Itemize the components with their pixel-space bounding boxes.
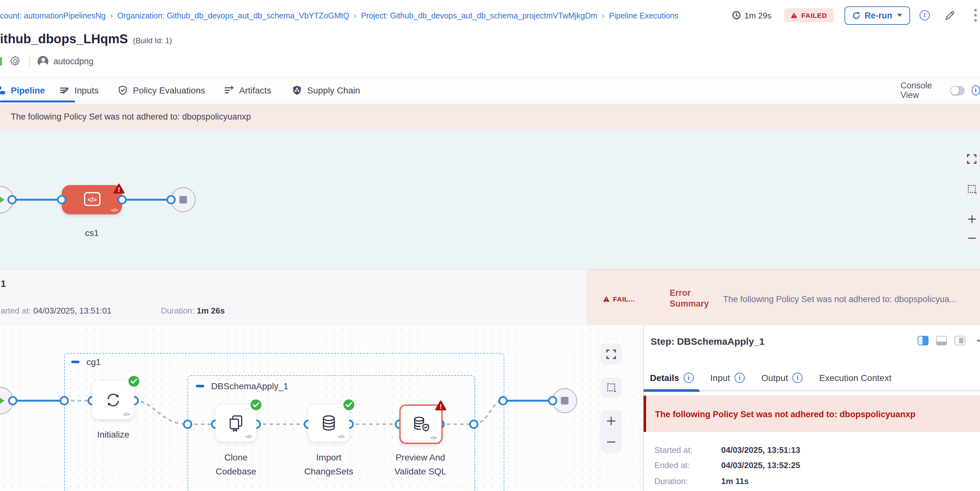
- stage-name: 1: [1, 278, 6, 289]
- stage-duration: Duration: 1m 26s: [161, 306, 225, 315]
- step-panel-title: Step: DBSchemaApply_1: [651, 336, 764, 346]
- step-label-import-changesets: ImportChangeSets: [294, 450, 364, 478]
- layout-right-split-icon[interactable]: [918, 336, 929, 345]
- step-details-panel: Step: DBSchemaApply_1 Details i Input i …: [643, 326, 980, 491]
- breadcrumb-project[interactable]: Project: Github_db_devops_aut_db_schema_…: [361, 11, 597, 20]
- step-label-clone-codebase: CloneCodebase: [204, 450, 268, 478]
- stage-graph-canvas: </> </> cs1: [0, 129, 980, 269]
- code-glyph: </>: [431, 436, 437, 440]
- step-node-initialize[interactable]: </>: [92, 381, 134, 419]
- stage-started-at: arted at: 04/03/2025, 13:51:01: [1, 306, 111, 315]
- warning-triangle-icon: [791, 12, 797, 18]
- stage-connector-layer: [0, 129, 980, 269]
- build-id: (Build Id: 1): [133, 36, 172, 45]
- pipeline-icon: [0, 85, 6, 95]
- execution-graph-canvas: cg1 DBSchemaApply_1 </> Initialize </> C…: [0, 326, 644, 491]
- more-options-menu-icon[interactable]: [974, 9, 977, 22]
- panel-tab-execution-context[interactable]: Execution Context: [819, 373, 891, 383]
- panel-tab-output[interactable]: Output i: [761, 373, 803, 383]
- detail-row-started: Started at:04/03/2025, 13:51:13: [644, 445, 974, 455]
- layout-bottom-split-icon[interactable]: [936, 336, 947, 345]
- gear-icon[interactable]: [10, 55, 21, 67]
- error-summary-message: The following Policy Set was not adhered…: [723, 294, 980, 304]
- supply-chain-shield-icon: [292, 85, 302, 95]
- breadcrumb-pipeline-executions[interactable]: Pipeline Executions: [609, 11, 678, 20]
- minimize-panel-icon[interactable]: [977, 340, 980, 342]
- breadcrumb-separator: ›: [602, 11, 605, 21]
- execution-info-icon[interactable]: i: [920, 10, 930, 21]
- code-glyph: </>: [245, 434, 252, 439]
- details-info-icon[interactable]: i: [684, 373, 694, 383]
- console-view-toggle[interactable]: [950, 86, 964, 95]
- database-icon: [320, 414, 338, 432]
- panel-active-tab-underline: [644, 389, 700, 391]
- layout-floating-icon[interactable]: [955, 336, 966, 345]
- caret-down-icon: [897, 13, 902, 17]
- elapsed-time: 1m 29s: [732, 11, 772, 20]
- status-badge: FAILED: [784, 8, 834, 22]
- fail-chip: FAIL...: [603, 295, 635, 303]
- breadcrumb-separator: ›: [110, 11, 113, 21]
- panel-tab-input[interactable]: Input i: [710, 373, 745, 383]
- input-info-icon[interactable]: i: [735, 373, 745, 383]
- panel-tab-details[interactable]: Details i: [650, 373, 694, 383]
- collapse-dbschemaapply-icon[interactable]: [196, 385, 204, 387]
- inputs-icon: [59, 85, 69, 95]
- database-shield-icon: [412, 415, 431, 433]
- warning-triangle-icon: [603, 296, 610, 302]
- step-success-badge-icon: [344, 399, 354, 410]
- console-view-info-icon[interactable]: i: [971, 85, 980, 95]
- code-glyph: </>: [338, 434, 345, 439]
- code-glyph: </>: [123, 412, 130, 416]
- rerun-button[interactable]: Re-run: [844, 6, 910, 24]
- refresh-icon: [852, 11, 860, 19]
- stage-error-panel: FAIL... Error Summary The following Poli…: [586, 270, 980, 325]
- step-group-cg1-label: cg1: [71, 357, 101, 367]
- edit-pipeline-icon[interactable]: [944, 10, 955, 21]
- step-label-preview-validate-sql: Preview AndValidate SQL: [385, 450, 456, 478]
- tab-pipeline[interactable]: Pipeline: [0, 78, 45, 103]
- divider: [29, 54, 30, 68]
- breadcrumb-account[interactable]: count: automationPipelinesNg: [0, 11, 105, 20]
- console-view-label: Console View: [900, 81, 943, 100]
- step-group-dbschemaapply-label: DBSchemaApply_1: [196, 381, 288, 391]
- step-node-clone-codebase[interactable]: </>: [216, 405, 256, 442]
- step-success-badge-icon: [251, 399, 261, 410]
- page-title: ithub_dbops_LHqmS(Build Id: 1): [0, 32, 172, 46]
- detail-row-ended: Ended at:04/03/2025, 13:52:25: [644, 461, 974, 470]
- triggered-by-user: autocdpng: [53, 56, 94, 66]
- screen: count: automationPipelinesNg › Organizat…: [0, 0, 980, 491]
- tab-artifacts[interactable]: Artifacts: [224, 78, 271, 103]
- stage-summary-row: 1 arted at: 04/03/2025, 13:51:01 Duratio…: [0, 269, 980, 327]
- clone-codebase-icon: [227, 414, 245, 432]
- header-bar: count: automationPipelinesNg › Organizat…: [0, 0, 980, 32]
- clock-icon: [732, 11, 741, 20]
- active-tab-underline: [0, 100, 75, 102]
- step-success-badge-icon: [129, 376, 139, 387]
- step-failed-badge-icon: [435, 400, 446, 413]
- step-error-alert: The following Policy Set was not adhered…: [644, 396, 980, 432]
- shield-check-icon: [118, 85, 128, 95]
- breadcrumb: count: automationPipelinesNg › Organizat…: [0, 11, 679, 21]
- step-label-initialize: Initialize: [81, 427, 145, 442]
- user-avatar-icon: [38, 56, 48, 67]
- tab-supply-chain[interactable]: Supply Chain: [292, 78, 360, 103]
- step-node-preview-validate-sql[interactable]: </>: [399, 405, 442, 444]
- output-info-icon[interactable]: i: [792, 373, 803, 383]
- sync-icon: [103, 391, 123, 410]
- breadcrumb-organization[interactable]: Organization: Github_db_devops_aut_db_sc…: [117, 11, 350, 20]
- policy-warning-banner: The following Policy Set was not adhered…: [0, 104, 980, 129]
- artifacts-icon: [224, 85, 234, 95]
- tab-inputs[interactable]: Inputs: [59, 78, 99, 103]
- execution-tab-bar: Pipeline Inputs Policy Evaluations Artif…: [0, 77, 980, 104]
- collapse-cg1-icon[interactable]: [71, 361, 80, 363]
- error-summary-label: Error Summary: [670, 288, 709, 309]
- detail-row-duration: Duration:1m 11s: [644, 477, 974, 486]
- tab-policy-evaluations[interactable]: Policy Evaluations: [118, 78, 205, 103]
- breadcrumb-separator: ›: [353, 11, 356, 21]
- step-node-import-changesets[interactable]: </>: [309, 405, 349, 442]
